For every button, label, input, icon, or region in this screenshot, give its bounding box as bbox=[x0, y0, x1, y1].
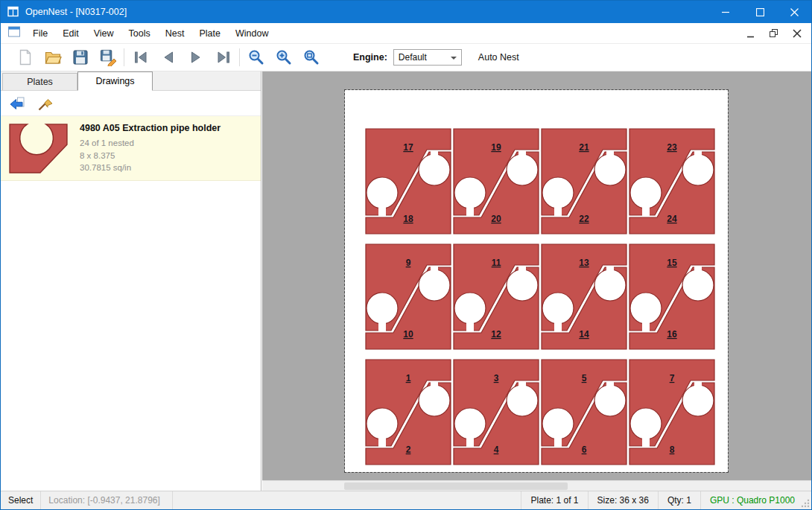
open-folder-icon bbox=[44, 48, 62, 66]
cutout-opening bbox=[431, 381, 438, 392]
nest-pair-cell: 1314 bbox=[542, 244, 627, 349]
zoom-out-button[interactable] bbox=[242, 46, 270, 68]
menu-tools[interactable]: Tools bbox=[121, 24, 158, 43]
part-number-label[interactable]: 6 bbox=[582, 444, 587, 455]
part-number-label[interactable]: 11 bbox=[492, 258, 501, 268]
status-plate: Plate: 1 of 1 bbox=[521, 491, 587, 509]
cutout-opening bbox=[466, 433, 474, 447]
window-close-button[interactable] bbox=[777, 1, 811, 23]
window-maximize-button[interactable] bbox=[743, 1, 777, 23]
part-number-label[interactable]: 20 bbox=[491, 214, 501, 224]
save-icon bbox=[72, 48, 89, 66]
window-minimize-button[interactable] bbox=[708, 1, 743, 23]
menu-view[interactable]: View bbox=[86, 24, 121, 43]
cutout-opening bbox=[606, 150, 614, 161]
drawing-list-item[interactable]: 4980 A05 Extraction pipe holder 24 of 1 … bbox=[1, 116, 261, 181]
tab-strip: Plates Drawings bbox=[1, 71, 261, 91]
save-as-button[interactable] bbox=[94, 46, 121, 68]
go-first-icon bbox=[132, 48, 150, 66]
part-number-label[interactable]: 7 bbox=[670, 373, 675, 383]
part-number-label[interactable]: 4 bbox=[494, 444, 499, 455]
window-title: OpenNest - [N0317-002] bbox=[25, 7, 127, 17]
part-number-label[interactable]: 16 bbox=[667, 329, 677, 340]
chevron-down-icon bbox=[451, 57, 457, 60]
status-gpu: GPU : Quadro P1000 bbox=[700, 491, 811, 509]
status-mode: Select bbox=[1, 491, 41, 509]
part-number-label[interactable]: 13 bbox=[579, 258, 589, 268]
drawing-dimensions: 8 x 8.375 bbox=[80, 150, 221, 162]
go-previous-icon bbox=[159, 48, 177, 66]
mdi-minimize-icon[interactable] bbox=[744, 27, 758, 40]
part-number-label[interactable]: 18 bbox=[403, 214, 413, 224]
part-number-label[interactable]: 3 bbox=[494, 373, 499, 383]
part-number-label[interactable]: 15 bbox=[667, 258, 677, 268]
toolbar-separator bbox=[239, 48, 240, 66]
status-size: Size: 36 x 36 bbox=[588, 491, 658, 509]
part-number-label[interactable]: 5 bbox=[582, 373, 587, 383]
part-number-label[interactable]: 14 bbox=[579, 329, 589, 340]
status-qty: Qty: 1 bbox=[658, 491, 700, 509]
menu-bar: File Edit View Tools Nest Plate Window bbox=[1, 23, 811, 44]
resize-grip[interactable] bbox=[801, 499, 810, 508]
status-location: Location: [-0.9437, 21.8796] bbox=[41, 491, 172, 509]
nest-pair-cell: 34 bbox=[454, 360, 539, 465]
app-icon bbox=[7, 6, 19, 18]
cutout-opening bbox=[431, 150, 438, 161]
part-number-label[interactable]: 24 bbox=[667, 214, 677, 224]
mdi-close-icon[interactable] bbox=[790, 27, 804, 40]
part-number-label[interactable]: 12 bbox=[491, 329, 501, 340]
nest-pair-cell: 2324 bbox=[629, 129, 714, 234]
nest-canvas[interactable]: 171819202122232491011121314151612345678 bbox=[262, 71, 811, 491]
tab-drawings[interactable]: Drawings bbox=[77, 71, 153, 91]
mdi-window-buttons bbox=[744, 27, 811, 40]
menu-edit[interactable]: Edit bbox=[55, 24, 86, 43]
clear-drawings-button[interactable] bbox=[34, 93, 56, 114]
nest-pair-cell: 1516 bbox=[629, 244, 714, 349]
previous-plate-button[interactable] bbox=[154, 46, 182, 68]
cutout-opening bbox=[518, 266, 526, 276]
new-file-button[interactable] bbox=[11, 46, 39, 68]
nest-pair-cell: 1920 bbox=[454, 129, 539, 234]
main-area: Plates Drawings 4980 A05 Extraction pipe… bbox=[1, 71, 811, 491]
scrollbar-thumb[interactable] bbox=[344, 482, 568, 490]
engine-select[interactable]: Default bbox=[393, 49, 462, 66]
drawing-area: 30.7815 sq/in bbox=[80, 162, 221, 174]
zoom-fit-button[interactable] bbox=[297, 46, 325, 68]
zoom-in-icon bbox=[275, 48, 293, 66]
menu-window[interactable]: Window bbox=[228, 24, 276, 43]
first-plate-button[interactable] bbox=[127, 46, 154, 68]
part-number-label[interactable]: 21 bbox=[579, 142, 589, 153]
zoom-fit-icon bbox=[302, 48, 320, 66]
save-button[interactable] bbox=[66, 46, 94, 68]
last-plate-button[interactable] bbox=[209, 46, 237, 68]
part-number-label[interactable]: 10 bbox=[403, 329, 413, 340]
engine-selected-value: Default bbox=[399, 52, 427, 63]
import-arrow-icon bbox=[8, 95, 26, 112]
part-number-label[interactable]: 19 bbox=[491, 142, 501, 153]
menu-nest[interactable]: Nest bbox=[158, 24, 192, 43]
horizontal-scrollbar[interactable] bbox=[262, 480, 811, 491]
nest-pair-cell: 56 bbox=[542, 360, 627, 465]
mdi-restore-icon[interactable] bbox=[767, 27, 781, 40]
tab-plates[interactable]: Plates bbox=[2, 73, 77, 90]
part-number-label[interactable]: 22 bbox=[579, 214, 589, 224]
menu-plate[interactable]: Plate bbox=[191, 24, 228, 43]
drawings-toolbar bbox=[1, 91, 261, 116]
next-plate-button[interactable] bbox=[182, 46, 209, 68]
menu-file[interactable]: File bbox=[25, 24, 55, 43]
cutout-opening bbox=[554, 433, 562, 447]
part-number-label[interactable]: 2 bbox=[406, 444, 411, 455]
plate[interactable]: 171819202122232491011121314151612345678 bbox=[345, 90, 728, 472]
zoom-in-button[interactable] bbox=[270, 46, 297, 68]
part-number-label[interactable]: 17 bbox=[403, 142, 413, 153]
part-number-label[interactable]: 1 bbox=[406, 373, 411, 383]
import-drawing-button[interactable] bbox=[6, 93, 28, 114]
cutout-opening bbox=[642, 317, 650, 332]
part-number-label[interactable]: 8 bbox=[670, 444, 675, 455]
auto-nest-button[interactable]: Auto Nest bbox=[478, 52, 519, 63]
part-number-label[interactable]: 23 bbox=[667, 142, 677, 153]
open-file-button[interactable] bbox=[39, 46, 66, 68]
part-number-label[interactable]: 9 bbox=[406, 258, 411, 268]
cutout-opening bbox=[606, 381, 614, 392]
new-file-icon bbox=[16, 48, 34, 66]
